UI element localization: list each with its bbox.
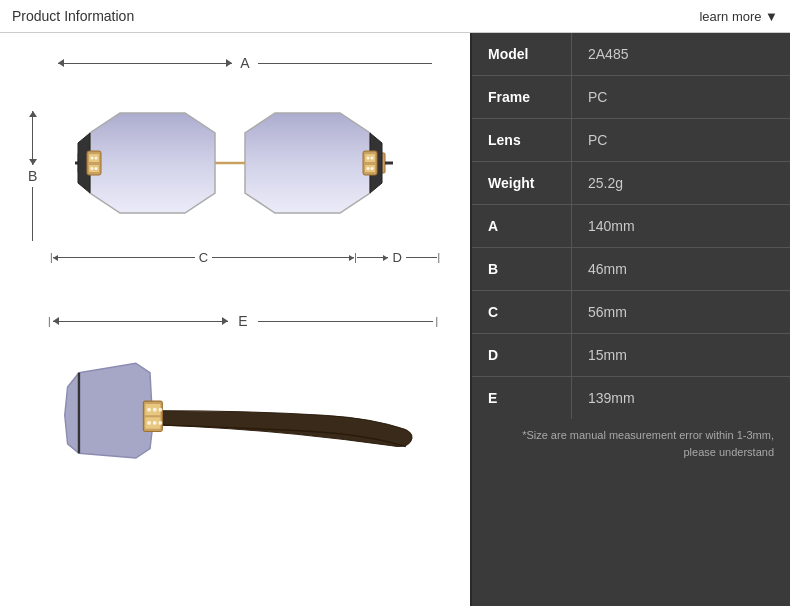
svg-point-29 (159, 408, 163, 412)
learn-more-link[interactable]: learn more ▼ (699, 9, 778, 24)
spec-key: D (472, 334, 572, 376)
spec-key: A (472, 205, 572, 247)
product-header: Product Information learn more ▼ (0, 0, 790, 33)
spec-value: 25.2g (572, 162, 790, 204)
diagram-panel: A B (0, 33, 470, 606)
svg-point-33 (159, 421, 163, 425)
spec-row: Lens PC (472, 119, 790, 162)
dim-cd-row: | C | (50, 250, 440, 265)
spec-value: PC (572, 119, 790, 161)
spec-row: D 15mm (472, 334, 790, 377)
spec-row: B 46mm (472, 248, 790, 291)
svg-point-11 (91, 157, 94, 160)
spec-key: B (472, 248, 572, 290)
spec-value: 140mm (572, 205, 790, 247)
svg-point-12 (95, 157, 98, 160)
spec-value: 46mm (572, 248, 790, 290)
svg-point-14 (91, 167, 94, 170)
spec-key: C (472, 291, 572, 333)
main-content: A B (0, 33, 790, 606)
svg-point-28 (153, 408, 157, 412)
spec-value: 15mm (572, 334, 790, 376)
svg-point-22 (371, 167, 374, 170)
svg-point-19 (371, 157, 374, 160)
dim-a-row: A (58, 55, 432, 71)
svg-point-21 (367, 167, 370, 170)
spec-key: E (472, 377, 572, 419)
side-view-section: | E | (20, 308, 450, 528)
svg-marker-1 (245, 113, 370, 213)
dim-e-label: E (230, 313, 255, 329)
spec-value: 2A485 (572, 33, 790, 75)
dim-a-label: A (232, 55, 257, 71)
svg-point-18 (367, 157, 370, 160)
header-title: Product Information (12, 8, 134, 24)
spec-note: *Size are manual measurement error withi… (472, 419, 790, 468)
spec-row: E 139mm (472, 377, 790, 419)
dim-d-label: D (388, 250, 405, 265)
spec-row: C 56mm (472, 291, 790, 334)
dim-c-label: C (195, 250, 212, 265)
spec-row: Weight 25.2g (472, 162, 790, 205)
spec-key: Lens (472, 119, 572, 161)
spec-row: Model 2A485 (472, 33, 790, 76)
spec-key: Frame (472, 76, 572, 118)
dim-e-row: | E | (48, 313, 438, 329)
spec-value: 56mm (572, 291, 790, 333)
svg-point-32 (153, 421, 157, 425)
specs-table: Model 2A485 Frame PC Lens PC Weight 25.2… (472, 33, 790, 419)
spec-key: Weight (472, 162, 572, 204)
top-view-section: A B (20, 43, 450, 303)
glasses-top-view (50, 73, 440, 253)
svg-marker-0 (90, 113, 215, 213)
spec-key: Model (472, 33, 572, 75)
spec-row: A 140mm (472, 205, 790, 248)
spec-value: PC (572, 76, 790, 118)
svg-point-27 (147, 408, 151, 412)
dim-b-col: B (28, 111, 37, 241)
dim-b-label: B (28, 165, 37, 187)
svg-point-15 (95, 167, 98, 170)
svg-point-31 (147, 421, 151, 425)
glasses-side-view (40, 333, 440, 493)
specs-panel: Model 2A485 Frame PC Lens PC Weight 25.2… (470, 33, 790, 606)
spec-row: Frame PC (472, 76, 790, 119)
spec-value: 139mm (572, 377, 790, 419)
